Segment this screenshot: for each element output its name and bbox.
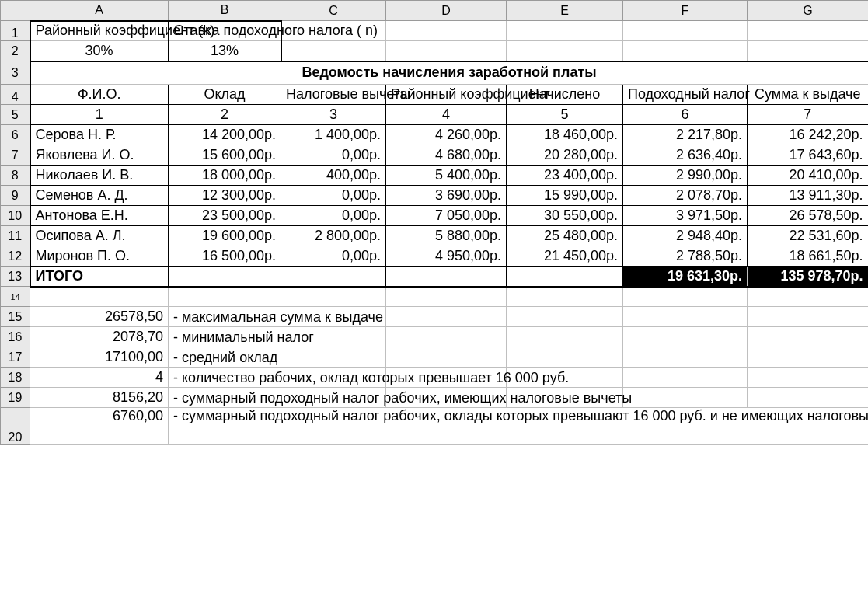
cell-A10[interactable]: Антонова Е.Н. bbox=[30, 206, 169, 226]
cell-A20[interactable]: 6760,00 bbox=[30, 408, 169, 445]
col-header-D[interactable]: D bbox=[386, 1, 507, 21]
cell-F8[interactable]: 2 990,00р. bbox=[623, 166, 748, 186]
cell-G19[interactable] bbox=[748, 388, 869, 408]
cell-E6[interactable]: 18 460,00р. bbox=[507, 125, 623, 145]
cell-A2[interactable]: 30% bbox=[30, 41, 169, 61]
cell-G7[interactable]: 17 643,60р. bbox=[748, 145, 869, 166]
cell-C10[interactable]: 0,00р. bbox=[281, 206, 386, 226]
row-header-15[interactable]: 15 bbox=[1, 307, 30, 327]
cell-G18[interactable] bbox=[748, 368, 869, 388]
cell-F4[interactable]: Подоходный налог bbox=[623, 85, 748, 105]
row-header-3[interactable]: 3 bbox=[1, 61, 30, 85]
cell-G5[interactable]: 7 bbox=[748, 105, 869, 125]
cell-D16[interactable] bbox=[386, 327, 507, 347]
cell-G2[interactable] bbox=[748, 41, 869, 61]
cell-F16[interactable] bbox=[623, 327, 748, 347]
cell-B20[interactable]: - суммарный подоходный налог рабочих, ок… bbox=[169, 408, 869, 445]
cell-C14[interactable] bbox=[281, 287, 386, 307]
cell-G14[interactable] bbox=[748, 287, 869, 307]
cell-D6[interactable]: 4 260,00р. bbox=[386, 125, 507, 145]
cell-F2[interactable] bbox=[623, 41, 748, 61]
cell-D9[interactable]: 3 690,00р. bbox=[386, 186, 507, 206]
cell-D13[interactable] bbox=[386, 267, 507, 287]
cell-A9[interactable]: Семенов А. Д. bbox=[30, 186, 169, 206]
row-header-16[interactable]: 16 bbox=[1, 327, 30, 347]
cell-E15[interactable] bbox=[507, 307, 623, 327]
row-header-7[interactable]: 7 bbox=[1, 145, 30, 166]
select-all-corner[interactable] bbox=[1, 1, 30, 21]
cell-G9[interactable]: 13 911,30р. bbox=[748, 186, 869, 206]
cell-G1[interactable] bbox=[748, 21, 869, 41]
cell-G12[interactable]: 18 661,50р. bbox=[748, 246, 869, 267]
cell-C4[interactable]: Налоговые вычеты bbox=[281, 85, 386, 105]
cell-G10[interactable]: 26 578,50р. bbox=[748, 206, 869, 226]
cell-B8[interactable]: 18 000,00р. bbox=[169, 166, 281, 186]
cell-F10[interactable]: 3 971,50р. bbox=[623, 206, 748, 226]
cell-B1[interactable]: Ставка подоходного налога ( n) bbox=[169, 21, 281, 41]
cell-E1[interactable] bbox=[507, 21, 623, 41]
row-header-13[interactable]: 13 bbox=[1, 267, 30, 287]
cell-title[interactable]: Ведомость начисления заработной платы bbox=[30, 61, 869, 85]
cell-C8[interactable]: 400,00р. bbox=[281, 166, 386, 186]
cell-E5[interactable]: 5 bbox=[507, 105, 623, 125]
cell-D14[interactable] bbox=[386, 287, 507, 307]
cell-D1[interactable] bbox=[386, 21, 507, 41]
cell-G8[interactable]: 20 410,00р. bbox=[748, 166, 869, 186]
cell-E12[interactable]: 21 450,00р. bbox=[507, 246, 623, 267]
cell-F18[interactable] bbox=[623, 368, 748, 388]
cell-D7[interactable]: 4 680,00р. bbox=[386, 145, 507, 166]
col-header-C[interactable]: C bbox=[281, 1, 386, 21]
cell-E7[interactable]: 20 280,00р. bbox=[507, 145, 623, 166]
cell-E17[interactable] bbox=[507, 347, 623, 368]
row-header-20[interactable]: 20 bbox=[1, 408, 30, 445]
cell-B10[interactable]: 23 500,00р. bbox=[169, 206, 281, 226]
cell-E8[interactable]: 23 400,00р. bbox=[507, 166, 623, 186]
cell-G16[interactable] bbox=[748, 327, 869, 347]
cell-B14[interactable] bbox=[169, 287, 281, 307]
cell-G15[interactable] bbox=[748, 307, 869, 327]
cell-B12[interactable]: 16 500,00р. bbox=[169, 246, 281, 267]
row-header-12[interactable]: 12 bbox=[1, 246, 30, 267]
row-header-1[interactable]: 1 bbox=[1, 21, 30, 41]
cell-D10[interactable]: 7 050,00р. bbox=[386, 206, 507, 226]
col-header-G[interactable]: G bbox=[748, 1, 869, 21]
cell-E16[interactable] bbox=[507, 327, 623, 347]
cell-C9[interactable]: 0,00р. bbox=[281, 186, 386, 206]
cell-C7[interactable]: 0,00р. bbox=[281, 145, 386, 166]
cell-F1[interactable] bbox=[623, 21, 748, 41]
cell-F17[interactable] bbox=[623, 347, 748, 368]
cell-C12[interactable]: 0,00р. bbox=[281, 246, 386, 267]
cell-F19[interactable] bbox=[623, 388, 748, 408]
cell-E10[interactable]: 30 550,00р. bbox=[507, 206, 623, 226]
cell-A17[interactable]: 17100,00 bbox=[30, 347, 169, 368]
cell-D17[interactable] bbox=[386, 347, 507, 368]
cell-B16[interactable]: - минимальный налог bbox=[169, 327, 281, 347]
row-header-11[interactable]: 11 bbox=[1, 226, 30, 246]
cell-A19[interactable]: 8156,20 bbox=[30, 388, 169, 408]
cell-B18[interactable]: - количество рабочих, оклад которых прев… bbox=[169, 368, 281, 388]
cell-C2[interactable] bbox=[281, 41, 386, 61]
cell-A7[interactable]: Яковлева И. О. bbox=[30, 145, 169, 166]
col-header-F[interactable]: F bbox=[623, 1, 748, 21]
cell-G13[interactable]: 135 978,70р. bbox=[748, 267, 869, 287]
cell-G4[interactable]: Сумма к выдаче bbox=[748, 85, 869, 105]
cell-C17[interactable] bbox=[281, 347, 386, 368]
cell-F11[interactable]: 2 948,40р. bbox=[623, 226, 748, 246]
col-header-B[interactable]: B bbox=[169, 1, 281, 21]
cell-A18[interactable]: 4 bbox=[30, 368, 169, 388]
cell-G11[interactable]: 22 531,60р. bbox=[748, 226, 869, 246]
row-header-4[interactable]: 4 bbox=[1, 85, 30, 105]
row-header-6[interactable]: 6 bbox=[1, 125, 30, 145]
row-header-10[interactable]: 10 bbox=[1, 206, 30, 226]
cell-B11[interactable]: 19 600,00р. bbox=[169, 226, 281, 246]
cell-A14[interactable] bbox=[30, 287, 169, 307]
cell-F14[interactable] bbox=[623, 287, 748, 307]
col-header-E[interactable]: E bbox=[507, 1, 623, 21]
cell-C5[interactable]: 3 bbox=[281, 105, 386, 125]
cell-A12[interactable]: Миронов П. О. bbox=[30, 246, 169, 267]
cell-F6[interactable]: 2 217,80р. bbox=[623, 125, 748, 145]
row-header-18[interactable]: 18 bbox=[1, 368, 30, 388]
cell-A4[interactable]: Ф.И.О. bbox=[30, 85, 169, 105]
cell-E9[interactable]: 15 990,00р. bbox=[507, 186, 623, 206]
cell-A8[interactable]: Николаев И. В. bbox=[30, 166, 169, 186]
